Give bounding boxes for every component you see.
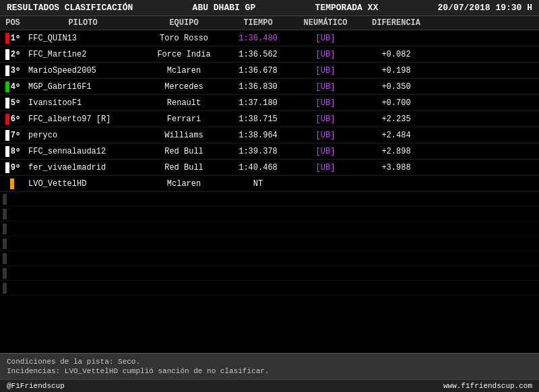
cell-team: Red Bull — [140, 162, 228, 174]
empty-cell — [140, 236, 228, 253]
footer-line2: Incidencias: LVO_VettelHD cumplió sanció… — [7, 367, 532, 375]
flag-bar — [5, 98, 9, 108]
cell-driver: FFC_alberto97 [R] — [26, 113, 140, 125]
cell-tyre: [UB] — [288, 129, 362, 141]
header-season: TEMPORADA XX — [315, 3, 379, 13]
column-headers: POS PILOTO EQUIPO TIEMPO NEUMÁTICO DIFER… — [0, 16, 539, 30]
empty-cell — [228, 266, 288, 282]
cell-team: Mclaren — [140, 178, 228, 190]
bottom-left: @F1Friendscup — [7, 382, 65, 390]
cell-team: Williams — [140, 129, 228, 141]
cell-time: 1:36.480 — [228, 32, 288, 44]
empty-cell — [228, 207, 288, 223]
position-number: 3º — [11, 66, 20, 75]
col-tyre: NEUMÁTICO — [288, 18, 362, 28]
empty-cell — [288, 222, 362, 238]
cell-team: Renault — [140, 97, 228, 109]
empty-cell — [362, 251, 430, 267]
empty-cell — [228, 236, 288, 253]
cell-diff: +2.484 — [362, 129, 430, 141]
flag-bar — [3, 253, 7, 264]
position-number: 8º — [11, 147, 20, 156]
table-row: 1ºFFC_QUIN13Toro Rosso1:36.480[UB] — [0, 30, 539, 46]
cell-time: 1:40.468 — [228, 162, 288, 174]
empty-cell — [140, 222, 228, 238]
empty-cell — [26, 266, 140, 282]
flag-bar — [10, 178, 14, 189]
footer: Condiciones de la pista: Seco. Incidenci… — [0, 353, 539, 379]
empty-row — [0, 266, 539, 281]
empty-row — [0, 192, 539, 207]
cell-driver: MGP_Gabri16F1 — [26, 81, 140, 93]
empty-cell — [26, 207, 140, 223]
cell-pos: 1º — [0, 32, 26, 45]
flag-bar — [5, 49, 9, 60]
cell-pos: 4º — [0, 80, 26, 94]
empty-cell — [362, 236, 430, 253]
cell-time: 1:37.180 — [228, 97, 288, 109]
cell-diff: +2.235 — [362, 113, 430, 125]
cell-diff — [362, 183, 430, 185]
cell-pos: 2º — [0, 48, 26, 61]
empty-cell — [26, 236, 140, 253]
empty-cell — [288, 207, 362, 223]
flag-bar — [3, 224, 7, 234]
empty-cell — [0, 266, 26, 282]
cell-time: 1:36.830 — [228, 81, 288, 93]
cell-pos: 3º — [0, 64, 26, 77]
empty-cell — [288, 266, 362, 282]
header: RESULTADOS CLASIFICACIÓN ABU DHABI GP TE… — [0, 0, 539, 16]
col-team: EQUIPO — [140, 18, 228, 28]
empty-cell — [228, 222, 288, 238]
cell-time: 1:38.964 — [228, 129, 288, 141]
empty-cell — [140, 207, 228, 223]
empty-cell — [0, 236, 26, 253]
cell-tyre: [UB] — [288, 97, 362, 109]
empty-row — [0, 222, 539, 236]
col-driver: PILOTO — [26, 18, 140, 28]
cell-driver: FFC_QUIN13 — [26, 32, 140, 44]
position-number: 5º — [11, 98, 20, 108]
flag-bar — [3, 268, 7, 279]
empty-cell — [0, 207, 26, 223]
empty-cell — [362, 266, 430, 282]
position-number: 6º — [11, 115, 20, 124]
cell-time: 1:36.678 — [228, 65, 288, 77]
flag-bar — [3, 238, 7, 249]
flag-bar — [5, 33, 9, 44]
empty-row — [0, 236, 539, 251]
flag-bar — [5, 81, 9, 92]
cell-team: Force India — [140, 48, 228, 61]
empty-cell — [362, 222, 430, 238]
col-diff: DIFERENCIA — [362, 18, 430, 28]
flag-bar — [3, 194, 7, 205]
position-number: 7º — [11, 131, 20, 140]
cell-time: 1:38.715 — [228, 113, 288, 125]
cell-driver: MarioSpeed2005 — [26, 65, 140, 77]
empty-cell — [228, 281, 288, 297]
empty-cell — [0, 251, 26, 267]
table-row: 7ºperycoWilliams1:38.964[UB]+2.484 — [0, 127, 539, 143]
empty-cell — [288, 192, 362, 208]
empty-cell — [140, 266, 228, 282]
position-number: 1º — [11, 34, 20, 43]
empty-cell — [228, 192, 288, 208]
empty-cell — [362, 192, 430, 208]
empty-cell — [26, 222, 140, 238]
flag-bar — [5, 114, 9, 125]
cell-diff: +2.898 — [362, 145, 430, 158]
flag-bar — [5, 130, 9, 141]
cell-diff — [362, 37, 430, 40]
empty-cell — [140, 281, 228, 297]
cell-tyre: [UB] — [288, 65, 362, 77]
cell-pos: 6º — [0, 112, 26, 126]
col-time: TIEMPO — [228, 18, 288, 28]
empty-cell — [362, 281, 430, 297]
table-row: 4ºMGP_Gabri16F1Mercedes1:36.830[UB]+0.35… — [0, 79, 539, 95]
cell-diff: +0.198 — [362, 65, 430, 77]
table-row: 8ºFFC_sennalauda12Red Bull1:39.378[UB]+2… — [0, 143, 539, 160]
flag-bar — [5, 146, 9, 157]
cell-team: Red Bull — [140, 145, 228, 158]
cell-tyre — [288, 183, 362, 185]
cell-team: Mclaren — [140, 65, 228, 77]
